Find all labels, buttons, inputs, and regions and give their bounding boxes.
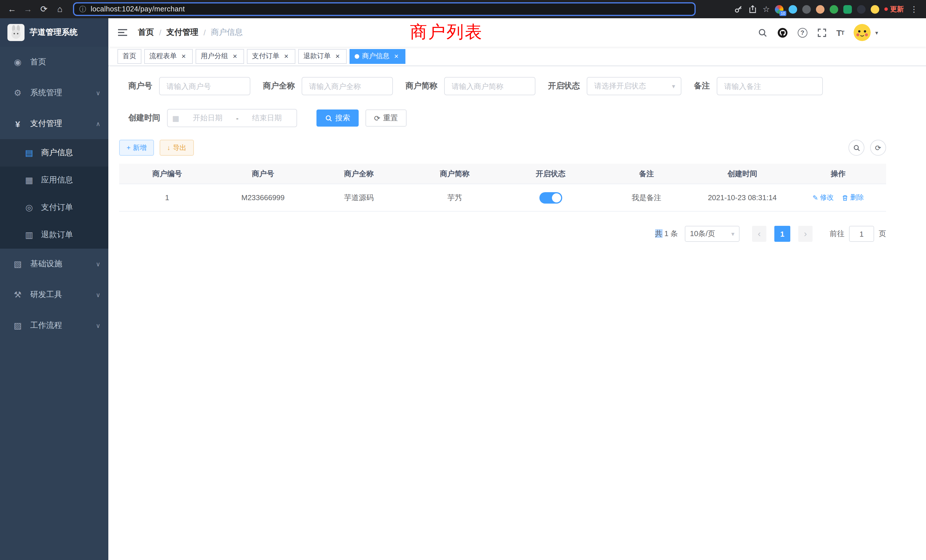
full-name-input[interactable] xyxy=(302,77,393,95)
github-icon[interactable] xyxy=(777,27,788,38)
export-button[interactable]: ↓ 导出 xyxy=(160,140,194,156)
close-icon[interactable]: × xyxy=(334,52,342,60)
close-icon[interactable]: × xyxy=(392,52,400,60)
refund-doc-icon: ▥ xyxy=(24,230,34,240)
goto-page-input[interactable] xyxy=(849,226,874,242)
avatar-image xyxy=(853,24,871,41)
close-icon[interactable]: × xyxy=(231,52,239,60)
page-number-1[interactable]: 1 xyxy=(774,226,790,242)
download-icon: ↓ xyxy=(167,144,171,152)
extension-icon-8[interactable] xyxy=(871,5,879,14)
prev-page-button[interactable]: ‹ xyxy=(752,226,766,242)
sidebar-item-infrastructure[interactable]: ▧ 基础设施 ∨ xyxy=(0,249,108,279)
pay-order-icon: ◎ xyxy=(24,203,34,213)
date-range-picker[interactable]: ▦ 开始日期 - 结束日期 xyxy=(167,109,297,127)
table-toolbar: + 新增 ↓ 导出 ⟳ xyxy=(119,140,886,156)
browser-menu-icon[interactable]: ⋮ xyxy=(909,5,919,14)
refresh-icon: ⟳ xyxy=(374,114,380,122)
active-tab-dot xyxy=(355,54,359,59)
next-page-button[interactable]: › xyxy=(798,226,813,242)
cell-remark: 我是备注 xyxy=(598,184,694,212)
reset-button-label: 重置 xyxy=(383,113,398,123)
browser-actions: ☆ 10 更新 ⋮ xyxy=(734,4,921,14)
tab-pay-order[interactable]: 支付订单 × xyxy=(247,49,295,64)
sidebar-item-home[interactable]: ◉ 首页 xyxy=(0,47,108,77)
sidebar-item-system[interactable]: ⚙ 系统管理 ∨ xyxy=(0,77,108,108)
page-size-select[interactable]: 10条/页 ▾ xyxy=(685,226,740,242)
toggle-search-button[interactable] xyxy=(849,140,864,156)
sidebar-item-refund-order[interactable]: ▥ 退款订单 xyxy=(0,221,108,249)
sidebar-item-label: 支付管理 xyxy=(30,119,62,129)
bookmark-star-icon[interactable]: ☆ xyxy=(763,5,770,14)
top-navbar: 首页 / 支付管理 / 商户信息 ? TT xyxy=(108,18,926,47)
refresh-icon: ⟳ xyxy=(875,144,881,152)
font-size-icon[interactable]: TT xyxy=(836,28,844,37)
sidebar-item-label: 商户信息 xyxy=(41,148,73,158)
reload-icon[interactable]: ⟳ xyxy=(36,0,51,18)
chevron-down-icon: ∨ xyxy=(96,89,100,97)
sidebar-item-merchant-info[interactable]: ▤ 商户信息 xyxy=(0,139,108,166)
breadcrumb-payment[interactable]: 支付管理 xyxy=(166,27,198,38)
back-icon[interactable]: ← xyxy=(5,0,20,18)
reset-button[interactable]: ⟳ 重置 xyxy=(366,109,407,127)
add-button-label: 新增 xyxy=(133,143,147,153)
update-label: 更新 xyxy=(890,4,904,14)
tab-home[interactable]: 首页 xyxy=(118,49,141,64)
start-date-placeholder[interactable]: 开始日期 xyxy=(183,113,233,123)
merchant-no-input[interactable] xyxy=(159,77,250,95)
avatar-caret-icon[interactable]: ▾ xyxy=(875,29,878,36)
cell-merchant-no: M233666999 xyxy=(215,184,311,212)
sidebar-item-label: 系统管理 xyxy=(30,88,62,98)
delete-button[interactable]: 删除 xyxy=(841,193,864,203)
close-icon[interactable]: × xyxy=(180,52,188,60)
help-icon[interactable]: ? xyxy=(797,28,807,37)
extension-icon-5[interactable] xyxy=(830,5,838,14)
site-info-icon[interactable]: ⓘ xyxy=(79,4,86,14)
breadcrumb-home[interactable]: 首页 xyxy=(138,27,154,38)
avatar[interactable] xyxy=(853,24,871,41)
status-select[interactable]: 请选择开启状态 ▾ xyxy=(587,77,681,95)
sidebar-item-dev-tools[interactable]: ⚒ 研发工具 ∨ xyxy=(0,279,108,310)
tab-process-form[interactable]: 流程表单 × xyxy=(144,49,193,64)
address-bar[interactable]: ⓘ localhost:1024/pay/merchant xyxy=(73,2,696,16)
short-name-input[interactable] xyxy=(444,77,536,95)
extension-icon-3[interactable] xyxy=(802,5,811,14)
forward-icon[interactable]: → xyxy=(21,0,35,18)
app-logo[interactable]: 芋道管理系统 xyxy=(0,18,108,47)
filter-remark: 备注 xyxy=(694,77,823,95)
sidebar-item-workflow[interactable]: ▨ 工作流程 ∨ xyxy=(0,310,108,341)
status-toggle[interactable] xyxy=(539,192,562,203)
sidebar-item-payment[interactable]: ¥ 支付管理 ∧ xyxy=(0,108,108,139)
password-key-icon[interactable] xyxy=(734,5,743,14)
extension-icon-6[interactable] xyxy=(843,5,852,14)
browser-update-button[interactable]: 更新 xyxy=(884,4,904,14)
search-button[interactable]: 搜索 xyxy=(316,109,359,127)
share-icon[interactable] xyxy=(748,5,758,14)
tab-refund-order[interactable]: 退款订单 × xyxy=(298,49,346,64)
total-count: 共 1 条 xyxy=(655,229,678,239)
home-icon[interactable]: ⌂ xyxy=(53,0,67,18)
edit-button[interactable]: ✎ 修改 xyxy=(813,193,834,203)
sidebar-item-pay-order[interactable]: ◎ 支付订单 xyxy=(0,194,108,221)
end-date-placeholder[interactable]: 结束日期 xyxy=(242,113,292,123)
search-icon[interactable] xyxy=(758,28,767,37)
add-button[interactable]: + 新增 xyxy=(119,140,154,156)
extension-icon-7[interactable] xyxy=(857,5,865,14)
fullscreen-icon[interactable] xyxy=(817,28,826,37)
extension-icon-4[interactable] xyxy=(816,5,825,14)
tab-merchant-info[interactable]: 商户信息 × xyxy=(350,49,406,64)
page-content: 商户号 商户全称 商户简称 开启状态 请选择开启状态 ▾ xyxy=(119,77,886,242)
tab-user-group[interactable]: 用户分组 × xyxy=(195,49,244,64)
short-name-label: 商户简称 xyxy=(406,81,437,91)
close-icon[interactable]: × xyxy=(282,52,290,60)
column-header: 商户编号 xyxy=(119,163,215,184)
extension-icon-1[interactable]: 10 xyxy=(775,5,784,14)
extension-icon-2[interactable] xyxy=(788,5,797,14)
full-name-label: 商户全称 xyxy=(263,81,295,91)
hamburger-icon[interactable] xyxy=(117,27,128,38)
merchant-no-label: 商户号 xyxy=(128,81,152,91)
remark-input[interactable] xyxy=(717,77,823,95)
toolbar-right: ⟳ xyxy=(849,140,886,156)
refresh-table-button[interactable]: ⟳ xyxy=(870,140,886,156)
sidebar-item-app-info[interactable]: ▦ 应用信息 xyxy=(0,166,108,194)
